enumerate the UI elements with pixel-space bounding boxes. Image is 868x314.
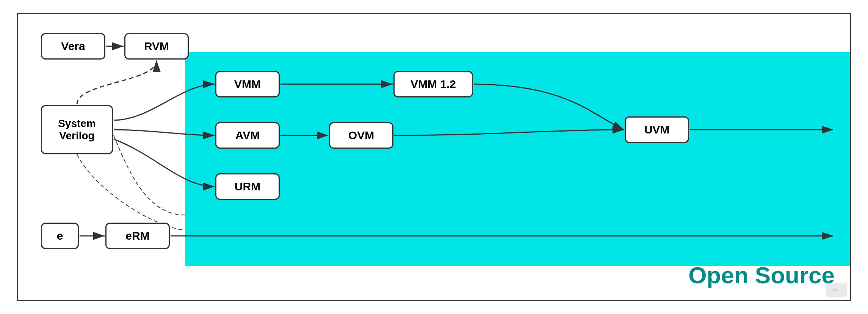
diagram-container: Vera RVM System Verilog VMM AVM URM VMM … (17, 13, 851, 301)
vera-node: Vera (41, 33, 105, 60)
vera-label: Vera (61, 40, 85, 53)
ovm-label: OVM (348, 129, 374, 142)
erm-node: eRM (105, 223, 170, 249)
open-source-label: Open Source (688, 262, 835, 289)
vmm-label: VMM (234, 78, 261, 91)
watermark: img (826, 283, 847, 297)
e-node: e (41, 223, 79, 249)
uvm-label: UVM (644, 123, 670, 136)
rvm-label: RVM (144, 40, 169, 53)
urm-label: URM (235, 180, 260, 193)
urm-node: URM (215, 173, 280, 200)
vmm12-node: VMM 1.2 (393, 71, 473, 97)
e-label: e (57, 229, 63, 242)
system-verilog-label: System Verilog (58, 118, 96, 142)
vmm-node: VMM (215, 71, 280, 97)
avm-node: AVM (215, 122, 280, 149)
uvm-node: UVM (625, 116, 689, 143)
open-source-region (185, 52, 850, 266)
system-verilog-node: System Verilog (41, 105, 113, 154)
ovm-node: OVM (329, 122, 393, 149)
rvm-node: RVM (124, 33, 189, 60)
erm-label: eRM (125, 229, 149, 242)
avm-label: AVM (235, 129, 260, 142)
vmm12-label: VMM 1.2 (410, 78, 456, 91)
